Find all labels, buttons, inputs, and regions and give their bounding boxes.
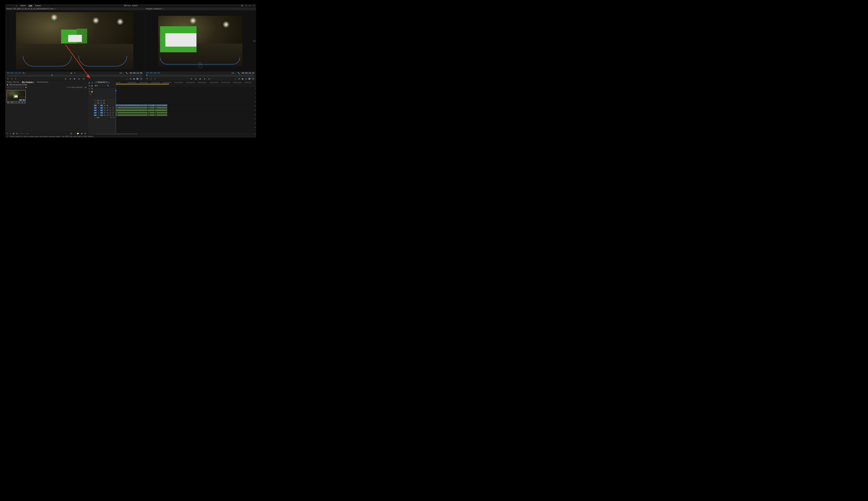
audio-clip[interactable]	[148, 109, 155, 111]
audio-clip[interactable]: ▦	[148, 112, 155, 114]
new-bin-icon[interactable]: 📁	[77, 132, 79, 135]
program-timecode[interactable]: 00:00:00:00	[146, 72, 160, 74]
audio-clip[interactable]	[116, 109, 147, 111]
source-scrubber[interactable]	[7, 75, 142, 77]
hand-tool[interactable]: ✋	[91, 90, 93, 93]
pen-tool[interactable]: ✎	[88, 90, 90, 93]
button-editor-icon[interactable]: +	[252, 77, 254, 80]
source-resolution[interactable]: 1/2 ⌄	[119, 72, 124, 74]
track-header-v1[interactable]: V1⬥V1⊟◉	[93, 104, 116, 107]
audio-clip[interactable]: ▦	[116, 114, 147, 116]
find-icon[interactable]: ⌕	[74, 132, 75, 135]
rate-tool[interactable]: ◑	[91, 85, 93, 87]
bin-tab[interactable]: Bin: Footage ≡	[22, 81, 34, 83]
track-header-a1[interactable]: A1⬥A1⊟MS⊍	[93, 107, 116, 109]
audio-clip[interactable]: ▦	[116, 112, 147, 114]
go-in-icon[interactable]: |◂	[190, 78, 193, 80]
close-tab-icon[interactable]: ≡	[55, 8, 56, 10]
step-fwd-icon[interactable]: |▸	[78, 78, 80, 80]
overwrite-icon[interactable]: ⊟	[130, 78, 132, 80]
bin-contents[interactable]: 360 VR VID_2023_11_04_16_10_1... 32:06	[5, 88, 88, 132]
export-frame-icon[interactable]: ▣	[241, 78, 244, 80]
mark-close-icon[interactable]: }	[14, 78, 17, 80]
track-header-v3[interactable]: ⬥V3⊟◉	[93, 99, 116, 102]
project-tab[interactable]: Project: 360 test	[7, 81, 19, 83]
source-timecode[interactable]: 00:00:10:20	[7, 72, 21, 74]
audio-clip[interactable]: ▦	[148, 107, 155, 109]
go-out-icon[interactable]: ▸|	[208, 78, 210, 80]
fullscreen-icon[interactable]: ⛶	[253, 4, 255, 7]
audio-clip[interactable]: ▦	[155, 107, 167, 109]
breadcrumb-path[interactable]: 360 test.prproj\Footage	[9, 84, 27, 86]
track-header-a3[interactable]: A3⬥A3⊟MS⊍	[93, 111, 116, 114]
home-icon[interactable]: ⌂	[16, 4, 17, 7]
step-fwd-icon[interactable]: |▸	[204, 78, 206, 80]
track-header-mix[interactable]: ⬥Mix0.0⬌	[93, 116, 116, 119]
program-resolution[interactable]: 1/2 ⌄	[231, 72, 236, 74]
program-scrubber[interactable]	[146, 75, 254, 77]
audio-clip[interactable]: ▦	[155, 114, 167, 116]
media-browser-tab[interactable]: Media Browser	[37, 81, 48, 83]
go-in-icon[interactable]: |◂	[65, 78, 67, 80]
settings-icon[interactable]: ▦	[70, 72, 72, 74]
export-frame-icon[interactable]: ▣	[133, 78, 135, 80]
source-viewport[interactable]	[5, 10, 144, 72]
search-field[interactable]	[9, 86, 22, 88]
quick-export-icon[interactable]: ⊞	[241, 4, 243, 7]
vr-toggle-icon[interactable]: ◉	[249, 78, 251, 80]
list-view-icon[interactable]: ≡	[10, 132, 11, 135]
step-back-icon[interactable]: ◂|	[195, 78, 197, 80]
button-editor-icon[interactable]: +	[140, 77, 142, 80]
razor-tool[interactable]: ✂	[88, 87, 90, 90]
menu-edit[interactable]: Edit	[29, 4, 32, 7]
audio-clip[interactable]	[155, 109, 167, 111]
lift-icon[interactable]: ⬚	[234, 78, 237, 80]
mark-in-icon[interactable]: ▾	[7, 78, 9, 80]
track-header-v2[interactable]: ⬥V2⊟◉	[93, 102, 116, 104]
auto-seq-icon[interactable]: ▤	[70, 132, 72, 135]
share-icon[interactable]: ⇪	[245, 4, 247, 7]
play-icon[interactable]: ▶	[199, 78, 201, 80]
sequence-tab[interactable]: × Sequence ≡	[95, 81, 108, 83]
type-tool[interactable]: T	[90, 94, 92, 96]
program-tab[interactable]: Program: Sequence ≡	[144, 7, 256, 10]
track-header-a4[interactable]: A4⬥A4⊟MS⊍	[93, 114, 116, 116]
slip-tool[interactable]: ⬍	[91, 87, 93, 90]
track-area[interactable]: fx ▦VID_2023_11_04_16_10_16_202311061441…	[116, 87, 256, 133]
settings-icon[interactable]: ⎃	[105, 85, 106, 87]
play-icon[interactable]: ▶	[74, 78, 76, 80]
timeline-ruler[interactable]: 00:00 00:00:08:00 00:00:16:00 00:00:24:0…	[116, 81, 256, 87]
icon-view-icon[interactable]: ▦	[13, 132, 14, 135]
ripple-tool[interactable]: ⬌	[88, 85, 90, 87]
mark-close-icon[interactable]: }	[154, 78, 156, 80]
zoom-slider[interactable]: ○───	[20, 132, 25, 135]
mark-open-icon[interactable]: {	[11, 78, 13, 80]
menu-import[interactable]: Import	[20, 4, 26, 7]
track-header-a2[interactable]: A2⬥A2⊟MS⊍	[93, 109, 116, 111]
menu-export[interactable]: Export	[35, 4, 41, 7]
mark-in-icon[interactable]: ▾	[146, 78, 148, 80]
trash-icon[interactable]: 🗑	[84, 132, 86, 135]
audio-clip[interactable]: ▦	[148, 114, 155, 116]
compare-icon[interactable]: ◫	[245, 78, 247, 80]
tab-menu-icon[interactable]: ≡	[162, 8, 163, 10]
snap-icon[interactable]: �磁	[95, 85, 98, 87]
step-back-icon[interactable]: ◂|	[69, 78, 71, 80]
selection-tool[interactable]: ▶	[88, 82, 90, 84]
mark-open-icon[interactable]: {	[150, 78, 152, 80]
marker-icon[interactable]: ⬥	[102, 85, 103, 87]
timeline-hscroll[interactable]: ○○	[93, 133, 256, 135]
video-clip[interactable]: ▦VID_2023_11_04_16_...	[155, 104, 167, 106]
sort-icon[interactable]: ▤	[85, 86, 86, 88]
vr-orientation-control[interactable]: 0.0 °	[198, 62, 202, 68]
search-input[interactable]: ⌕	[7, 86, 24, 88]
bin-icon[interactable]: ▣	[7, 84, 8, 86]
extract-icon[interactable]: ⊟	[238, 78, 240, 80]
insert-overlay-icon[interactable]: ⇥	[74, 72, 75, 74]
insert-icon[interactable]: ⬚	[126, 78, 128, 80]
link-icon[interactable]: ∩	[99, 85, 101, 87]
source-zoom-fit[interactable]: Fit ⌄	[22, 72, 26, 74]
clip-item[interactable]: 360 VR VID_2023_11_04_16_10_1... 32:06	[7, 90, 26, 104]
freeform-view-icon[interactable]: ⊞	[16, 132, 18, 135]
go-out-icon[interactable]: ▸|	[83, 78, 85, 80]
